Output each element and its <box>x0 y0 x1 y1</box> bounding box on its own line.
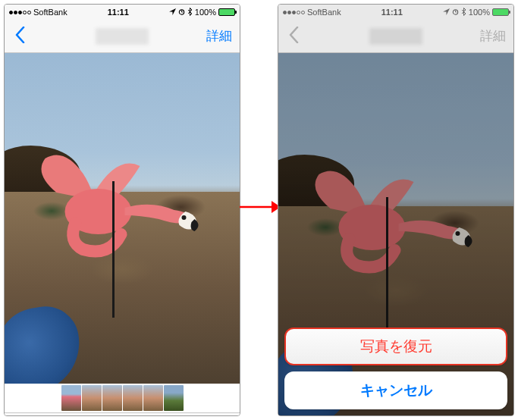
thumbnail[interactable] <box>143 385 163 411</box>
location-icon <box>443 8 450 17</box>
nav-title <box>369 28 422 45</box>
thumbnail-strip[interactable] <box>5 384 240 412</box>
alarm-icon <box>178 8 185 17</box>
back-button <box>286 27 302 46</box>
back-button[interactable] <box>12 27 28 46</box>
bluetooth-icon <box>461 8 466 17</box>
thumbnail[interactable] <box>164 385 184 411</box>
battery-icon <box>218 8 235 16</box>
photo-subject-flamingo <box>27 151 201 272</box>
photo-subject-flamingo <box>300 167 475 288</box>
thumbnail[interactable] <box>102 385 122 411</box>
nav-bar: 詳細 <box>5 20 240 53</box>
carrier-label: SoftBank <box>307 8 341 17</box>
svg-point-10 <box>456 231 460 236</box>
nav-bar: 詳細 <box>278 20 513 53</box>
photo-viewer[interactable] <box>5 53 240 384</box>
arrow-icon <box>238 199 282 215</box>
left-screenshot: SoftBank 11:11 100% 詳細 <box>4 4 240 416</box>
thumbnail[interactable] <box>82 385 102 411</box>
location-icon <box>169 8 176 17</box>
svg-point-4 <box>182 215 187 220</box>
carrier-label: SoftBank <box>33 8 67 17</box>
battery-percent: 100% <box>195 8 216 17</box>
action-sheet: 写真を復元 キャンセル <box>284 328 507 409</box>
bottom-toolbar: 削除 復元 <box>5 412 240 416</box>
signal-icon <box>283 11 305 14</box>
status-time: 11:11 <box>381 8 403 17</box>
nav-title <box>96 28 149 45</box>
status-bar: SoftBank 11:11 100% <box>5 5 240 20</box>
thumbnail[interactable] <box>61 385 81 411</box>
restore-photo-button[interactable]: 写真を復元 <box>284 328 507 365</box>
battery-percent: 100% <box>469 8 490 17</box>
detail-button[interactable]: 詳細 <box>206 27 232 45</box>
cancel-button[interactable]: キャンセル <box>284 371 507 409</box>
detail-button: 詳細 <box>480 27 506 45</box>
thumbnail[interactable] <box>123 385 143 411</box>
signal-icon <box>9 11 31 14</box>
battery-icon <box>492 8 509 16</box>
status-bar: SoftBank 11:11 100% <box>278 5 513 20</box>
status-time: 11:11 <box>108 8 129 17</box>
bluetooth-icon <box>187 8 193 17</box>
alarm-icon <box>452 8 459 17</box>
right-screenshot: SoftBank 11:11 100% 詳細 <box>278 4 514 416</box>
